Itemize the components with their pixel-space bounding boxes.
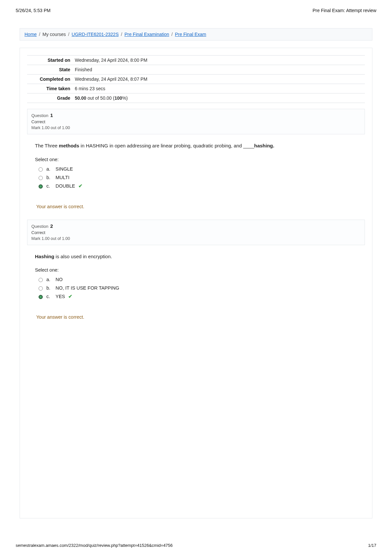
q2-prompt-bold: Hashing (35, 254, 54, 259)
print-footer: semestralexam.amaes.com/2322/mod/quiz/re… (0, 543, 392, 548)
breadcrumb-sep: / (67, 32, 71, 37)
review-content: Started on Wednesday, 24 April 2024, 8:0… (20, 48, 372, 518)
option-letter: a. (46, 277, 53, 282)
option-text: YES (56, 294, 65, 299)
summary-label-state: State (27, 65, 74, 75)
print-datetime: 5/26/24, 5:53 PM (16, 8, 51, 13)
summary-value-grade: 50.00 out of 50.00 (100%) (74, 93, 365, 103)
breadcrumb-sep: / (38, 32, 41, 37)
question-mark: Mark 1.00 out of 1.00 (31, 126, 361, 130)
q1-option-c[interactable]: c. DOUBLE ✔ (37, 182, 362, 190)
option-letter: b. (46, 175, 53, 180)
q1-option-a[interactable]: a. SINGLE (37, 165, 362, 173)
q1-prompt-pre: The Three (35, 143, 59, 148)
q2-radio-c[interactable] (39, 295, 43, 299)
feedback-correct: Your answer is correct. (36, 204, 362, 209)
summary-label-grade: Grade (27, 93, 74, 103)
q1-option-b[interactable]: b. MULTI (37, 173, 362, 182)
summary-table: Started on Wednesday, 24 April 2024, 8:0… (27, 55, 365, 103)
summary-label-time: Time taken (27, 84, 74, 93)
question-prompt: The Three methods in HASHING in open add… (35, 142, 362, 150)
option-letter: c. (46, 294, 53, 299)
q2-radio-a[interactable] (39, 278, 43, 282)
select-one-label: Select one: (35, 267, 362, 273)
q2-prompt-rest: is also used in encryption. (54, 254, 112, 259)
question-state: Correct (31, 230, 361, 235)
q2-option-b[interactable]: b. NO, IT IS USE FOR TAPPING (37, 284, 362, 292)
breadcrumb: Home / My courses / UGRD-ITE6201-2322S /… (20, 28, 372, 41)
check-icon: ✔ (68, 294, 73, 299)
option-letter: b. (46, 285, 53, 291)
option-letter: a. (46, 166, 53, 172)
breadcrumb-item[interactable]: Pre Final Exam (175, 32, 206, 37)
breadcrumb-section[interactable]: Pre Final Examination (124, 32, 169, 37)
q1-radio-a[interactable] (39, 167, 43, 172)
summary-label-started: Started on (27, 56, 74, 65)
q2-radio-b[interactable] (39, 286, 43, 291)
grade-mid: out of 50.00 ( (86, 95, 114, 101)
option-text: NO (56, 277, 63, 282)
summary-label-completed: Completed on (27, 75, 74, 84)
print-header: 5/26/24, 5:53 PM Pre Final Exam: Attempt… (0, 0, 392, 15)
question-body: The Three methods in HASHING in open add… (27, 134, 365, 220)
q1-prompt-bold2: hashing. (254, 143, 274, 148)
print-doc-title: Pre Final Exam: Attempt review (313, 8, 376, 13)
option-letter: c. (46, 183, 53, 189)
q2-option-a[interactable]: a. NO (37, 275, 362, 284)
question-header: Question 1 Correct Mark 1.00 out of 1.00 (27, 109, 365, 134)
q2-option-c[interactable]: c. YES ✔ (37, 292, 362, 301)
breadcrumb-mycourses: My courses (42, 32, 66, 37)
breadcrumb-home[interactable]: Home (24, 32, 37, 37)
question-prompt: Hashing is also used in encryption. (35, 253, 362, 261)
footer-page-num: 1/17 (368, 543, 376, 548)
summary-value-completed: Wednesday, 24 April 2024, 8:07 PM (74, 75, 365, 84)
grade-score: 50.00 (75, 95, 86, 101)
select-one-label: Select one: (35, 157, 362, 162)
breadcrumb-sep: / (120, 32, 123, 37)
question-body: Hashing is also used in encryption. Sele… (27, 245, 365, 330)
breadcrumb-sep: / (171, 32, 174, 37)
question-number: 1 (50, 112, 53, 118)
question-state: Correct (31, 119, 361, 124)
footer-url: semestralexam.amaes.com/2322/mod/quiz/re… (16, 543, 173, 548)
option-text: SINGLE (56, 166, 73, 172)
check-icon: ✔ (78, 183, 83, 189)
question-label: Question (31, 224, 48, 229)
question-number: 2 (50, 223, 53, 229)
question-header: Question 2 Correct Mark 1.00 out of 1.00 (27, 220, 365, 245)
option-text: NO, IT IS USE FOR TAPPING (56, 285, 119, 291)
q1-prompt-bold1: methods (59, 143, 79, 148)
question-mark: Mark 1.00 out of 1.00 (31, 236, 361, 241)
grade-suffix: %) (122, 95, 128, 101)
q1-radio-b[interactable] (39, 176, 43, 180)
option-text: MULTI (56, 175, 69, 180)
feedback-correct: Your answer is correct. (36, 314, 362, 320)
grade-pct: 100 (114, 95, 122, 101)
question-label: Question (31, 113, 48, 118)
summary-value-started: Wednesday, 24 April 2024, 8:00 PM (74, 56, 365, 65)
summary-value-state: Finished (74, 65, 365, 75)
breadcrumb-course[interactable]: UGRD-ITE6201-2322S (72, 32, 119, 37)
q1-prompt-mid: in HASHING in open addressing are linear… (79, 143, 254, 148)
summary-value-time: 6 mins 23 secs (74, 84, 365, 93)
q1-radio-c[interactable] (39, 184, 43, 189)
option-text: DOUBLE (56, 183, 75, 189)
